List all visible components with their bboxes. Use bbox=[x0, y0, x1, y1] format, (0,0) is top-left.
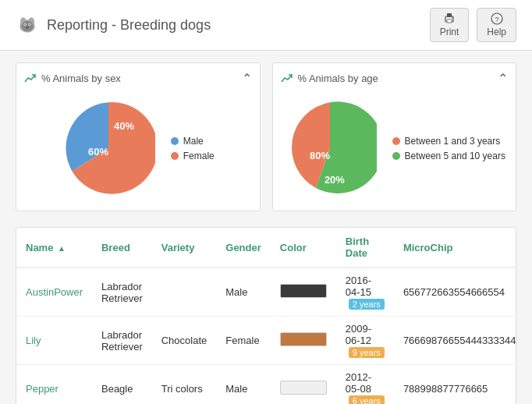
animal-name-link[interactable]: AustinPower bbox=[26, 286, 83, 298]
chart-by-age-body: 80% 20% Between 1 and 3 years Between 5 … bbox=[281, 94, 509, 203]
table-row: PepperBeagleTri colorsMale2012-05-086 ye… bbox=[16, 365, 516, 405]
print-icon bbox=[443, 12, 456, 25]
svg-text:60%: 60% bbox=[88, 146, 108, 158]
table-body: AustinPowerLabrador RetrieverMale2016-04… bbox=[16, 268, 516, 404]
svg-text:?: ? bbox=[495, 16, 498, 23]
print-button[interactable]: Print bbox=[430, 8, 470, 42]
legend-age-orange-dot bbox=[392, 137, 400, 145]
svg-text:80%: 80% bbox=[310, 150, 330, 161]
age-badge: 2 years bbox=[349, 299, 385, 310]
col-variety[interactable]: Variety bbox=[152, 228, 217, 268]
charts-row: % Animals by sex ⌃ 60% 40% bbox=[16, 62, 516, 211]
legend-age-green-dot bbox=[392, 152, 400, 160]
chart-by-sex-title: % Animals by sex bbox=[41, 73, 121, 84]
chart-by-sex: % Animals by sex ⌃ 60% 40% bbox=[16, 62, 261, 211]
main-content: % Animals by sex ⌃ 60% 40% bbox=[0, 51, 532, 404]
page-header: Reporting - Breeding dogs Print ? Help bbox=[0, 0, 532, 51]
help-icon: ? bbox=[491, 12, 503, 25]
cell-gender: Male bbox=[216, 365, 271, 405]
svg-point-12 bbox=[452, 17, 453, 19]
data-table-wrapper: Name ▲ Breed Variety Gender Color Birth … bbox=[16, 227, 516, 404]
trend-icon-age bbox=[281, 73, 293, 85]
legend-age-green: Between 5 and 10 years bbox=[392, 151, 505, 161]
cell-microchip: 656772663554666554 bbox=[394, 268, 516, 317]
cell-birthdate: 2016-04-152 years bbox=[336, 268, 394, 317]
cell-variety: Chocolate bbox=[152, 317, 217, 365]
table-row: AustinPowerLabrador RetrieverMale2016-04… bbox=[16, 268, 516, 317]
help-button[interactable]: ? Help bbox=[477, 8, 516, 42]
legend-age-green-label: Between 5 and 10 years bbox=[405, 151, 505, 161]
svg-text:20%: 20% bbox=[324, 174, 344, 186]
color-swatch bbox=[280, 381, 327, 395]
legend-male: Male bbox=[171, 136, 215, 147]
cell-microchip: 766698766554443333444 bbox=[394, 317, 516, 365]
app-logo bbox=[16, 13, 39, 37]
svg-rect-11 bbox=[447, 19, 452, 23]
chart-by-age-header: % Animals by age ⌃ bbox=[281, 71, 509, 86]
age-badge: 6 years bbox=[349, 395, 385, 404]
animal-name-link[interactable]: Lily bbox=[26, 335, 41, 346]
legend-male-dot bbox=[171, 137, 179, 145]
age-badge: 9 years bbox=[349, 347, 385, 358]
table-row: LilyLabrador RetrieverChocolateFemale200… bbox=[16, 317, 516, 365]
cell-variety: Tri colors bbox=[152, 365, 217, 405]
sort-icon-name: ▲ bbox=[58, 244, 66, 253]
col-breed[interactable]: Breed bbox=[92, 228, 152, 268]
chart-by-age: % Animals by age ⌃ 80% 20% Betwee bbox=[272, 62, 517, 211]
cell-gender: Male bbox=[216, 268, 271, 317]
cell-birthdate: 2012-05-086 years bbox=[336, 365, 394, 405]
svg-point-7 bbox=[29, 24, 30, 26]
legend-male-label: Male bbox=[183, 136, 204, 147]
animal-name-link[interactable]: Pepper bbox=[26, 383, 59, 395]
col-name[interactable]: Name ▲ bbox=[16, 228, 92, 268]
chart-by-age-legend: Between 1 and 3 years Between 5 and 10 y… bbox=[392, 136, 505, 161]
cell-name: Pepper bbox=[16, 365, 92, 405]
chart-by-age-title-row: % Animals by age bbox=[281, 73, 378, 85]
cell-breed: Labrador Retriever bbox=[92, 317, 152, 365]
print-label: Print bbox=[440, 27, 459, 37]
cell-name: Lily bbox=[16, 317, 92, 365]
pie-chart-age: 80% 20% bbox=[283, 101, 377, 195]
animals-table: Name ▲ Breed Variety Gender Color Birth … bbox=[16, 228, 516, 404]
chart-by-sex-header: % Animals by sex ⌃ bbox=[24, 71, 252, 86]
cell-gender: Female bbox=[216, 317, 271, 365]
col-microchip[interactable]: MicroChip bbox=[394, 228, 516, 268]
help-label: Help bbox=[487, 27, 506, 37]
chart-by-age-title: % Animals by age bbox=[298, 73, 378, 84]
chart-by-sex-body: 60% 40% Male Female bbox=[24, 94, 252, 203]
pie-chart-sex: 60% 40% bbox=[62, 101, 155, 195]
page-title: Reporting - Breeding dogs bbox=[47, 17, 211, 34]
cell-variety bbox=[152, 268, 217, 317]
cell-name: AustinPower bbox=[16, 268, 92, 317]
cell-breed: Beagle bbox=[92, 365, 152, 405]
svg-point-8 bbox=[26, 27, 30, 29]
cell-color bbox=[271, 317, 336, 365]
legend-age-orange: Between 1 and 3 years bbox=[392, 136, 505, 147]
cell-birthdate: 2009-06-129 years bbox=[336, 317, 394, 365]
legend-female-label: Female bbox=[183, 151, 215, 161]
svg-point-6 bbox=[24, 24, 26, 26]
trend-icon-sex bbox=[24, 73, 37, 85]
table-header-row: Name ▲ Breed Variety Gender Color Birth … bbox=[16, 228, 516, 268]
chart-by-sex-title-row: % Animals by sex bbox=[24, 73, 121, 85]
chart-by-age-collapse[interactable]: ⌃ bbox=[498, 71, 508, 86]
col-color[interactable]: Color bbox=[271, 228, 336, 268]
color-swatch bbox=[280, 284, 327, 298]
col-birthdate[interactable]: Birth Date bbox=[336, 228, 394, 268]
header-actions: Print ? Help bbox=[430, 8, 516, 42]
legend-female-dot bbox=[171, 152, 179, 160]
col-gender[interactable]: Gender bbox=[216, 228, 271, 268]
chart-by-sex-collapse[interactable]: ⌃ bbox=[242, 71, 252, 86]
svg-rect-10 bbox=[447, 13, 452, 17]
cell-breed: Labrador Retriever bbox=[92, 268, 152, 317]
color-swatch bbox=[280, 332, 327, 346]
header-left: Reporting - Breeding dogs bbox=[16, 13, 211, 37]
svg-text:40%: 40% bbox=[114, 120, 134, 132]
legend-female: Female bbox=[171, 151, 215, 161]
cell-color bbox=[271, 365, 336, 405]
chart-by-sex-legend: Male Female bbox=[171, 136, 215, 161]
legend-age-orange-label: Between 1 and 3 years bbox=[405, 136, 501, 147]
cell-color bbox=[271, 268, 336, 317]
cell-microchip: 788998877776665 bbox=[394, 365, 516, 405]
